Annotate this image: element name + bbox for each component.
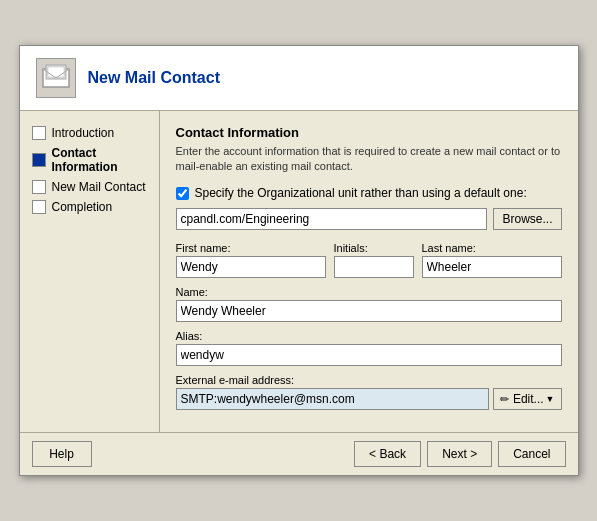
alias-input[interactable] — [176, 344, 562, 366]
svg-rect-2 — [48, 67, 64, 77]
sidebar-completion-icon — [32, 200, 46, 214]
dialog-icon — [36, 58, 76, 98]
section-title: Contact Information — [176, 125, 562, 140]
sidebar: Introduction Contact Information New Mai… — [20, 111, 160, 433]
dropdown-arrow-icon: ▼ — [546, 394, 555, 404]
content-area: Contact Information Enter the account in… — [160, 111, 578, 433]
last-name-label: Last name: — [422, 242, 562, 254]
first-name-group: First name: — [176, 242, 326, 278]
email-input[interactable] — [176, 388, 489, 410]
name-input[interactable] — [176, 300, 562, 322]
edit-button-label: Edit... — [513, 392, 544, 406]
sidebar-item-contact-information[interactable]: Contact Information — [28, 143, 151, 177]
help-button[interactable]: Help — [32, 441, 92, 467]
last-name-input[interactable] — [422, 256, 562, 278]
edit-button[interactable]: Edit... ▼ — [493, 388, 562, 410]
sidebar-contact-label: Contact Information — [52, 146, 147, 174]
sidebar-contact-icon — [32, 153, 46, 167]
name-fields-row: First name: Initials: Last name: — [176, 242, 562, 278]
sidebar-item-completion[interactable]: Completion — [28, 197, 151, 217]
sidebar-newmail-label: New Mail Contact — [52, 180, 146, 194]
dialog-title: New Mail Contact — [88, 69, 220, 87]
dialog-header: New Mail Contact — [20, 46, 578, 111]
sidebar-item-introduction[interactable]: Introduction — [28, 123, 151, 143]
sidebar-intro-label: Introduction — [52, 126, 115, 140]
ou-row: Browse... — [176, 208, 562, 230]
section-desc: Enter the account information that is re… — [176, 144, 562, 175]
ou-input[interactable] — [176, 208, 488, 230]
name-group: Name: — [176, 286, 562, 322]
back-button[interactable]: < Back — [354, 441, 421, 467]
alias-label: Alias: — [176, 330, 562, 342]
sidebar-completion-label: Completion — [52, 200, 113, 214]
first-name-input[interactable] — [176, 256, 326, 278]
email-group: External e-mail address: Edit... ▼ — [176, 374, 562, 410]
sidebar-item-new-mail-contact[interactable]: New Mail Contact — [28, 177, 151, 197]
browse-button[interactable]: Browse... — [493, 208, 561, 230]
last-name-group: Last name: — [422, 242, 562, 278]
initials-input[interactable] — [334, 256, 414, 278]
ou-checkbox[interactable] — [176, 187, 189, 200]
new-mail-contact-dialog: New Mail Contact Introduction Contact In… — [19, 45, 579, 477]
initials-group: Initials: — [334, 242, 414, 278]
dialog-footer: Help < Back Next > Cancel — [20, 432, 578, 475]
footer-nav-buttons: < Back Next > Cancel — [354, 441, 565, 467]
dialog-body: Introduction Contact Information New Mai… — [20, 111, 578, 433]
ou-checkbox-label: Specify the Organizational unit rather t… — [195, 186, 527, 200]
email-row: Edit... ▼ — [176, 388, 562, 410]
first-name-label: First name: — [176, 242, 326, 254]
pencil-icon — [500, 392, 511, 406]
initials-label: Initials: — [334, 242, 414, 254]
sidebar-newmail-icon — [32, 180, 46, 194]
sidebar-intro-icon — [32, 126, 46, 140]
cancel-button[interactable]: Cancel — [498, 441, 565, 467]
ou-checkbox-row: Specify the Organizational unit rather t… — [176, 186, 562, 200]
next-button[interactable]: Next > — [427, 441, 492, 467]
name-label: Name: — [176, 286, 562, 298]
alias-group: Alias: — [176, 330, 562, 366]
email-label: External e-mail address: — [176, 374, 562, 386]
